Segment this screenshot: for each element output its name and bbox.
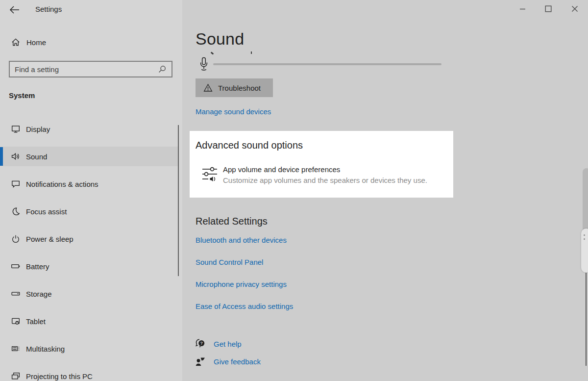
display-icon — [11, 124, 21, 134]
sidebar-item-label: Power & sleep — [26, 235, 74, 243]
give-feedback-icon — [195, 356, 206, 367]
app-volume-preferences-title: App volume and device preferences — [223, 165, 427, 174]
sound-control-panel-link[interactable]: Sound Control Panel — [196, 258, 263, 266]
back-button[interactable] — [9, 4, 21, 15]
sidebar-item-notifications[interactable]: Notifications & actions — [0, 174, 178, 194]
grip-dot — [584, 234, 585, 236]
selected-indicator — [0, 147, 3, 166]
search-box — [9, 61, 172, 77]
sidebar-item-label: Notifications & actions — [26, 180, 98, 188]
sidebar-item-label: Battery — [26, 262, 49, 271]
sidebar-item-sound[interactable]: Sound — [0, 147, 178, 166]
sidebar-scrollbar[interactable] — [178, 125, 179, 276]
search-icon[interactable] — [158, 65, 167, 74]
power-icon — [11, 234, 21, 244]
close-icon — [571, 5, 578, 12]
give-feedback-link: Give feedback — [214, 357, 261, 366]
sidebar-item-power-sleep[interactable]: Power & sleep — [0, 229, 178, 249]
sidebar-item-projecting[interactable]: Projecting to this PC — [0, 366, 178, 381]
projecting-icon — [11, 371, 21, 381]
sidebar: Settings Home System Display Sound Notif… — [0, 0, 182, 381]
sidebar-section-system: System — [9, 91, 35, 100]
manage-sound-devices-link[interactable]: Manage sound devices — [196, 107, 271, 116]
sidebar-item-display[interactable]: Display — [0, 119, 178, 139]
maximize-icon — [545, 5, 552, 12]
get-help-row[interactable]: ? Get help — [195, 338, 242, 350]
multitasking-icon — [11, 344, 21, 354]
maximize-button[interactable] — [536, 0, 561, 18]
clipped-text-fragment — [251, 51, 252, 54]
notifications-icon — [11, 179, 21, 189]
microphone-icon — [198, 57, 210, 74]
tablet-icon — [11, 316, 21, 326]
troubleshoot-label: Troubleshoot — [218, 84, 261, 92]
sidebar-item-focus-assist[interactable]: Focus assist — [0, 202, 178, 221]
mic-level-bar — [213, 63, 441, 65]
scroll-position-indicator[interactable] — [586, 273, 587, 366]
svg-text:?: ? — [200, 341, 203, 346]
battery-icon — [11, 261, 21, 271]
get-help-link: Get help — [214, 340, 242, 348]
minimize-icon — [519, 6, 526, 12]
sidebar-item-label: Focus assist — [26, 207, 67, 216]
sidebar-item-label: Tablet — [26, 317, 46, 326]
storage-icon — [11, 289, 21, 299]
advanced-sound-options-panel: Advanced sound options App volume and de… — [190, 131, 453, 198]
bluetooth-devices-link[interactable]: Bluetooth and other devices — [196, 236, 287, 244]
close-button[interactable] — [562, 0, 588, 18]
app-volume-mixer-icon — [201, 165, 218, 190]
scrollbar-grab-handle[interactable] — [581, 229, 588, 273]
focus-assist-icon — [11, 206, 21, 216]
page-title: Sound — [196, 29, 244, 49]
get-help-icon: ? — [195, 338, 206, 350]
clipped-text-fragment — [211, 51, 214, 54]
back-arrow-icon — [9, 4, 21, 15]
sidebar-item-storage[interactable]: Storage — [0, 284, 178, 304]
warning-icon — [203, 83, 213, 93]
sidebar-item-label: Display — [26, 125, 50, 133]
sidebar-item-home[interactable]: Home — [0, 32, 178, 52]
sidebar-item-label: Multitasking — [26, 345, 65, 353]
advanced-sound-options-heading: Advanced sound options — [196, 140, 303, 151]
sidebar-item-battery[interactable]: Battery — [0, 256, 178, 276]
sidebar-item-tablet[interactable]: Tablet — [0, 311, 178, 331]
related-settings-heading: Related Settings — [196, 216, 268, 227]
minimize-button[interactable] — [510, 0, 535, 18]
sidebar-item-label: Sound — [26, 152, 47, 161]
ease-of-access-audio-link[interactable]: Ease of Access audio settings — [196, 302, 293, 310]
sidebar-item-label: Projecting to this PC — [26, 372, 93, 381]
sidebar-item-label: Home — [26, 38, 46, 47]
sidebar-item-label: Storage — [26, 290, 52, 298]
sound-icon — [11, 152, 21, 161]
app-volume-preferences-item[interactable]: App volume and device preferences Custom… — [196, 162, 445, 190]
home-icon — [11, 37, 21, 47]
troubleshoot-button[interactable]: Troubleshoot — [196, 78, 273, 97]
search-input[interactable] — [10, 65, 158, 74]
sidebar-item-multitasking[interactable]: Multitasking — [0, 339, 178, 358]
microphone-privacy-link[interactable]: Microphone privacy settings — [196, 280, 287, 288]
window-title: Settings — [35, 5, 62, 13]
give-feedback-row[interactable]: Give feedback — [195, 356, 261, 367]
grip-dot — [584, 238, 585, 240]
app-volume-preferences-subtitle: Customize app volumes and the speakers o… — [223, 176, 427, 184]
scrollbar-thumb[interactable] — [583, 168, 588, 232]
